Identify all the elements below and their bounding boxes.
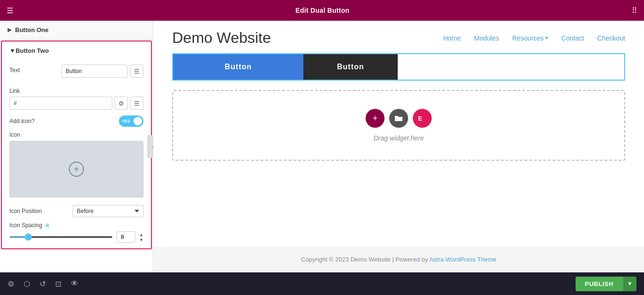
icon-spacing-label-row: Icon Spacing 🖥 — [2, 220, 151, 229]
layers-icon[interactable]: ⬡ — [24, 279, 30, 288]
button-two-preview[interactable]: Button — [303, 54, 398, 80]
icon-picker-plus: + — [69, 162, 84, 177]
responsive-icon[interactable]: ⊡ — [55, 279, 61, 288]
button-one-label: Button One — [15, 26, 49, 33]
spinner-down-icon: ▼ — [139, 238, 143, 242]
bottom-bar: ⚙ ⬡ ↺ ⊡ 👁 PUBLISH ▼ — [0, 272, 644, 295]
nav-links: Home Modules Resources ▾ Contact Checkou… — [443, 34, 625, 42]
spinner-arrows[interactable]: ▲ ▼ — [139, 232, 143, 242]
link-settings-icon[interactable]: ⚙ — [115, 97, 128, 110]
eye-icon[interactable]: 👁 — [71, 279, 78, 288]
publish-group: PUBLISH ▼ — [576, 277, 636, 291]
icon-picker-box[interactable]: + — [9, 141, 143, 197]
button-empty-space — [398, 54, 624, 80]
link-field-label: Link — [9, 88, 143, 94]
text-options-icon[interactable]: ☰ — [130, 65, 143, 78]
text-field-group: Text ☰ — [2, 60, 151, 83]
panel-collapse-toggle[interactable]: ‹ — [147, 135, 153, 158]
dual-button-row: Button Button — [172, 53, 625, 81]
add-icon-toggle[interactable]: YES — [119, 115, 143, 127]
history-icon[interactable]: ↺ — [40, 279, 46, 288]
button-two-header[interactable]: ▼ Button Two — [2, 41, 151, 60]
site-nav: Demo Website Home Modules Resources ▾ Co… — [153, 21, 644, 53]
right-content: Demo Website Home Modules Resources ▾ Co… — [153, 21, 644, 272]
elementor-widget-icon[interactable]: E — [413, 109, 432, 128]
publish-arrow-button[interactable]: ▼ — [623, 277, 636, 291]
icon-picker-label: Icon — [2, 130, 151, 141]
drag-text: Drag widget here — [374, 134, 424, 142]
site-footer: Copyright © 2023 Demo Website | Powered … — [153, 246, 644, 272]
top-bar: ☰ Edit Dual Button ⠿ — [0, 0, 644, 21]
chevron-down-icon: ▼ — [9, 47, 16, 54]
publish-button[interactable]: PUBLISH — [576, 277, 623, 291]
icon-position-row: Icon Position Before After — [2, 202, 151, 220]
nav-modules[interactable]: Modules — [474, 34, 499, 42]
site-title: Demo Website — [172, 29, 271, 47]
nav-checkout[interactable]: Checkout — [597, 34, 625, 42]
add-icon-label: Add icon? — [9, 118, 34, 124]
grid-icon[interactable]: ⠿ — [632, 6, 637, 15]
drag-zone[interactable]: + E Drag widget here — [172, 90, 625, 161]
nav-home[interactable]: Home — [443, 34, 460, 42]
button-two-label: Button Two — [16, 47, 49, 54]
icon-position-select[interactable]: Before After — [73, 205, 143, 217]
left-panel: ▶ Button One ▼ Button Two Text ☰ — [0, 21, 153, 272]
link-input[interactable] — [9, 97, 112, 110]
resources-chevron-icon: ▾ — [545, 35, 548, 41]
toggle-knob — [134, 117, 142, 125]
link-list-icon[interactable]: ☰ — [130, 97, 143, 110]
monitor-icon: 🖥 — [44, 222, 50, 228]
nav-resources[interactable]: Resources ▾ — [512, 34, 548, 42]
toggle-yes-label: YES — [122, 119, 130, 123]
icon-spacing-control-row: ▲ ▼ — [2, 229, 151, 248]
icon-spacing-slider[interactable] — [9, 236, 113, 238]
link-field-group: Link ⚙ ☰ — [2, 83, 151, 113]
button-two-section: ▼ Button Two Text ☰ Link ⚙ — [1, 41, 152, 249]
svg-text:E: E — [418, 115, 422, 122]
icon-position-label: Icon Position — [9, 208, 42, 214]
top-bar-title: Edit Dual Button — [295, 7, 349, 14]
drag-widget-icons: + E — [366, 109, 432, 128]
preview-area: Demo Website Home Modules Resources ▾ Co… — [153, 21, 644, 246]
folder-widget-icon[interactable] — [389, 109, 408, 128]
footer-link[interactable]: Astra WordPress Theme — [429, 256, 496, 263]
footer-text: Copyright © 2023 Demo Website | Powered … — [301, 256, 429, 263]
settings-icon[interactable]: ⚙ — [8, 279, 14, 288]
hamburger-icon[interactable]: ☰ — [7, 6, 13, 15]
main-layout: ▶ Button One ▼ Button Two Text ☰ — [0, 21, 644, 272]
button-one-section[interactable]: ▶ Button One — [0, 21, 153, 40]
text-input[interactable] — [61, 65, 127, 78]
link-input-row: ⚙ ☰ — [9, 97, 143, 110]
icon-spacing-label: Icon Spacing — [9, 222, 42, 229]
add-icon-toggle-row: Add icon? YES — [2, 113, 151, 130]
chevron-right-icon: ▶ — [8, 27, 11, 33]
icon-spacing-number-input[interactable] — [117, 231, 135, 243]
nav-contact[interactable]: Contact — [561, 34, 584, 42]
button-one-preview[interactable]: Button — [173, 54, 303, 80]
spinner-up-icon: ▲ — [139, 232, 143, 237]
add-widget-icon[interactable]: + — [366, 109, 385, 128]
text-field-label: Text — [9, 67, 20, 74]
